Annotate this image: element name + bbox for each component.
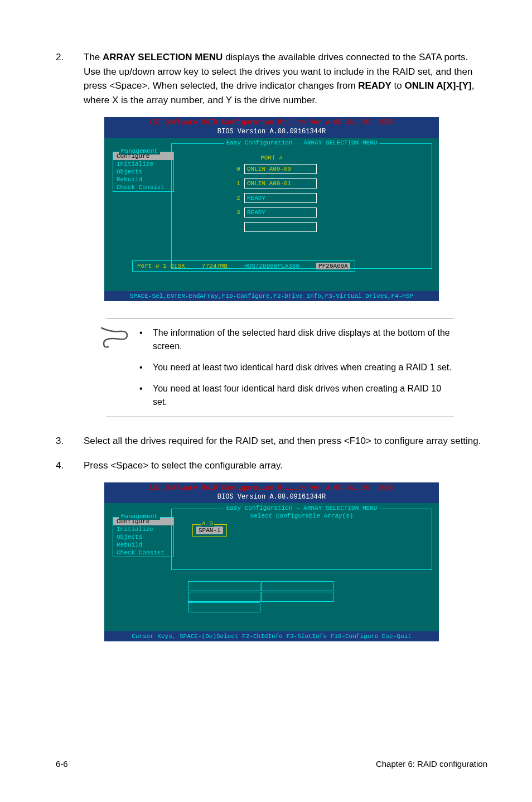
menu-item: Check Consist (113, 183, 173, 191)
management-menu: Management Configure Initialize Objects … (113, 517, 174, 557)
ghost-box (188, 602, 260, 612)
header-line2: BIOS Version A.08.09161344R (217, 493, 326, 501)
port-model: HDS728080PLA380 (244, 263, 299, 269)
terminal-screenshot-2: LSI Software RAID Configuration Utility … (104, 482, 439, 641)
step-body: The ARRAY SELECTION MENU displays the av… (84, 50, 487, 107)
drive-box: ONLIN A00-01 (244, 178, 317, 189)
bullet: • (139, 382, 153, 409)
step-body: Select all the drives required for the R… (84, 434, 487, 448)
port-header: PORT # (260, 154, 283, 161)
menu-item: Objects (113, 168, 173, 176)
text-bold: ARRAY SELECTION MENU (103, 52, 223, 62)
drive-row (236, 222, 317, 232)
array-selection-frame: Easy Configuration - ARRAY SELECTION MEN… (171, 143, 432, 269)
management-menu: Management Configure Initialize Objects … (113, 152, 174, 192)
step-number: 4. (56, 458, 84, 473)
step-body: Press <Space> to select the configurable… (84, 458, 487, 473)
drive-row: 3 READY (236, 207, 317, 218)
drive-row: 0 ONLIN A00-00 (236, 164, 317, 174)
note-item: • You need at least four identical hard … (139, 382, 454, 409)
ghost-box (261, 592, 333, 602)
menu-item: Initialize (113, 525, 173, 533)
step-4: 4. Press <Space> to select the configura… (56, 458, 487, 473)
drive-index: 2 (236, 195, 244, 201)
span-value: SPAN-1 (196, 526, 223, 534)
menu-item: Objects (113, 533, 173, 541)
terminal-footer: SPACE-Sel,ENTER-EndArray,F10-Configure,F… (104, 291, 439, 301)
terminal-footer: Cursor Keys, SPACE-(De)Select F2-ChIdInf… (104, 631, 439, 641)
menu-item: Rebuild (113, 541, 173, 549)
terminal-body: Easy Configuration - ARRAY SELECTION MEN… (104, 503, 439, 631)
step-2: 2. The ARRAY SELECTION MENU displays the… (56, 50, 487, 107)
port-label: Port # 1 DISK (137, 263, 185, 269)
frame-title: Easy Configuration - ARRAY SELECTION MEN… (224, 139, 380, 146)
text-bold: READY (358, 80, 391, 91)
note-block: • The information of the selected hard d… (106, 318, 454, 417)
text: The (84, 52, 103, 62)
note-text: The information of the selected hard dis… (153, 326, 454, 353)
header-line1: LSI Software RAID Configuration Utility … (149, 484, 394, 492)
drive-index: 0 (236, 166, 244, 172)
menu-title: Management (119, 148, 160, 154)
menu-item: Rebuild (113, 176, 173, 183)
terminal-screenshot-1: LSI Software RAID Configuration Utility … (104, 117, 439, 301)
port-firmware: PF20A60A (316, 263, 350, 269)
drive-row: 2 READY (236, 193, 317, 203)
ghost-box (188, 581, 260, 591)
span-box: A-0 SPAN-1 (192, 524, 227, 537)
frame-subtitle: Select Configurable Array(s) (248, 513, 356, 519)
bullet: • (139, 326, 153, 353)
span-title: A-0 (201, 520, 214, 527)
page-footer: 6-6 Chapter 6: RAID configuration (56, 759, 487, 769)
step-number: 2. (56, 50, 84, 107)
drive-box: READY (244, 193, 317, 203)
drive-box-empty (244, 222, 317, 232)
header-line1: LSI Software RAID Configuration Utility … (149, 119, 394, 127)
frame-title: Easy Configuration - ARRAY SELECTION MEN… (224, 505, 380, 511)
note-item: • You need at least two identical hard d… (139, 361, 454, 374)
terminal-header: LSI Software RAID Configuration Utility … (104, 482, 439, 503)
bullet: • (139, 361, 153, 374)
terminal-body: Easy Configuration - ARRAY SELECTION MEN… (104, 138, 439, 291)
drive-box: ONLIN A00-00 (244, 164, 317, 174)
menu-title: Management (119, 513, 160, 520)
array-selection-frame: Easy Configuration - ARRAY SELECTION MEN… (171, 509, 432, 570)
drive-index: 1 (236, 180, 244, 187)
step-3: 3. Select all the drives required for th… (56, 434, 487, 448)
ghost-box (188, 592, 260, 602)
drive-row: 1 ONLIN A00-01 (236, 178, 317, 189)
ghost-drive-grid (188, 581, 333, 612)
note-text: You need at least four identical hard di… (153, 382, 454, 409)
note-item: • The information of the selected hard d… (139, 326, 454, 353)
text: to (391, 80, 405, 91)
menu-item: Initialize (113, 160, 173, 168)
terminal-header: LSI Software RAID Configuration Utility … (104, 117, 439, 138)
port-size: 77247MB (202, 263, 228, 269)
text-bold: ONLIN A[X]-[Y] (404, 80, 471, 91)
drive-index: 3 (236, 209, 244, 216)
step-number: 3. (56, 434, 84, 448)
ghost-box (261, 581, 333, 591)
header-line2: BIOS Version A.08.09161344R (217, 128, 326, 136)
menu-item: Check Consist (113, 549, 173, 557)
note-text: You need at least two identical hard dis… (153, 361, 452, 374)
chapter-label: Chapter 6: RAID configuration (376, 759, 487, 769)
page-number: 6-6 (56, 759, 68, 769)
drive-box: READY (244, 207, 317, 218)
port-info: Port # 1 DISK 77247MB HDS728080PLA380 PF… (132, 260, 355, 272)
note-icon (100, 327, 128, 351)
